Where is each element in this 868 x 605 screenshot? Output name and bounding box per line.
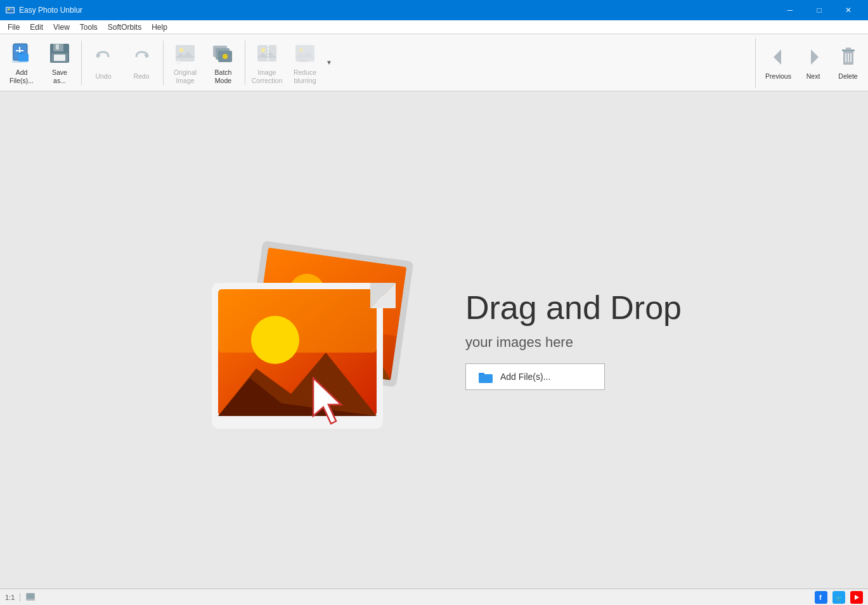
redo-label: Redo [133, 72, 149, 81]
image-correction-icon [254, 41, 280, 66]
toolbar-separator-2 [163, 41, 164, 85]
delete-label: Delete [838, 72, 857, 81]
title-bar-left: Easy Photo Unblur [5, 5, 82, 15]
drag-drop-title: Drag and Drop [465, 290, 682, 326]
svg-text:🐦: 🐦 [836, 594, 843, 601]
drop-zone-area: Drag and Drop your images here Add File(… [186, 219, 682, 460]
menu-edit[interactable]: Edit [25, 22, 48, 33]
svg-rect-16 [54, 55, 65, 61]
svg-rect-19 [176, 45, 195, 62]
svg-point-26 [223, 54, 228, 59]
add-files-toolbar-button[interactable]: AddFile(s)... [3, 37, 41, 88]
svg-rect-11 [18, 54, 29, 62]
drag-drop-subtitle: your images here [465, 334, 573, 351]
image-correction-label: ImageCorrection [252, 68, 282, 84]
previous-toolbar-button[interactable]: Previous [761, 38, 796, 88]
image-correction-toolbar-button[interactable]: ImageCorrection [248, 37, 286, 88]
save-as-label: Saveas... [52, 68, 67, 84]
save-as-toolbar-button[interactable]: Saveas... [41, 37, 79, 88]
menu-bar: File Edit View Tools SoftOrbits Help [0, 20, 868, 34]
status-bar: 1:1 f 🐦 [0, 589, 868, 605]
toolbar-right: Previous Next D [755, 38, 865, 88]
svg-marker-35 [774, 49, 781, 65]
svg-rect-27 [257, 45, 276, 62]
toolbar-separator-3 [245, 41, 245, 85]
redo-icon [129, 44, 154, 70]
close-button[interactable]: ✕ [834, 0, 863, 20]
original-image-toolbar-button[interactable]: 🕐 OriginalImage [166, 37, 204, 88]
status-divider [20, 593, 20, 602]
toolbar-expand-button[interactable]: ▼ [324, 41, 334, 85]
app-icon [5, 5, 15, 15]
status-icon [25, 592, 36, 603]
menu-tools[interactable]: Tools [75, 22, 103, 33]
drop-illustration [186, 219, 427, 460]
zoom-level: 1:1 [5, 594, 15, 601]
batch-mode-toolbar-button[interactable]: BatchMode [204, 37, 242, 88]
svg-point-53 [251, 316, 299, 364]
add-files-label: AddFile(s)... [10, 68, 34, 84]
delete-icon [836, 44, 861, 70]
main-content: Drag and Drop your images here Add File(… [0, 91, 868, 589]
svg-rect-14 [56, 44, 59, 49]
menu-softorbits[interactable]: SoftOrbits [103, 22, 146, 33]
folder-icon [479, 370, 494, 383]
facebook-icon[interactable]: f [815, 591, 827, 604]
save-icon [47, 41, 72, 66]
title-bar-controls: ─ □ ✕ [775, 0, 863, 20]
svg-point-28 [261, 48, 265, 52]
previous-icon [766, 44, 791, 70]
svg-point-20 [179, 48, 183, 52]
drop-zone-svg [186, 219, 427, 460]
next-icon [801, 44, 826, 70]
undo-label: Undo [95, 72, 111, 81]
reduce-blurring-toolbar-button[interactable]: ~blur~ Reduceblurring [286, 37, 324, 88]
svg-text:~blur~: ~blur~ [296, 58, 311, 63]
drop-content: Drag and Drop your images here Add File(… [465, 290, 682, 389]
svg-rect-39 [846, 48, 851, 50]
undo-icon [91, 44, 116, 70]
batch-mode-icon [211, 41, 236, 66]
title-bar: Easy Photo Unblur ─ □ ✕ [0, 0, 868, 20]
svg-text:🕐: 🕐 [176, 60, 181, 65]
minimize-button[interactable]: ─ [775, 0, 805, 20]
toolbar-separator-1 [81, 41, 82, 85]
delete-toolbar-button[interactable]: Delete [831, 38, 865, 88]
reduce-blurring-icon: ~blur~ [292, 41, 318, 66]
maximize-button[interactable]: □ [805, 0, 834, 20]
menu-file[interactable]: File [3, 22, 25, 33]
twitter-icon[interactable]: 🐦 [832, 591, 845, 604]
youtube-icon[interactable] [850, 591, 863, 604]
status-right: f 🐦 [815, 591, 863, 604]
batch-mode-label: BatchMode [215, 68, 232, 84]
svg-point-32 [299, 48, 303, 52]
next-label: Next [806, 72, 820, 81]
svg-text:f: f [819, 594, 822, 601]
menu-view[interactable]: View [48, 22, 75, 33]
svg-marker-67 [855, 595, 859, 600]
add-files-button[interactable]: Add File(s)... [465, 363, 605, 390]
redo-toolbar-button[interactable]: Redo [122, 38, 160, 88]
undo-toolbar-button[interactable]: Undo [84, 38, 122, 88]
svg-marker-36 [811, 49, 819, 65]
add-files-icon [9, 41, 34, 66]
add-files-btn-label: Add File(s)... [500, 372, 550, 382]
previous-label: Previous [765, 72, 791, 81]
next-toolbar-button[interactable]: Next [796, 38, 831, 88]
app-title: Easy Photo Unblur [19, 6, 82, 15]
svg-rect-62 [479, 374, 493, 383]
status-left: 1:1 [5, 592, 36, 603]
toolbar: AddFile(s)... Saveas... Undo [0, 34, 868, 91]
menu-help[interactable]: Help [146, 22, 172, 33]
svg-rect-64 [27, 594, 34, 599]
original-image-label: OriginalImage [174, 68, 197, 84]
original-image-icon: 🕐 [172, 41, 198, 66]
reduce-blurring-label: Reduceblurring [294, 68, 316, 84]
